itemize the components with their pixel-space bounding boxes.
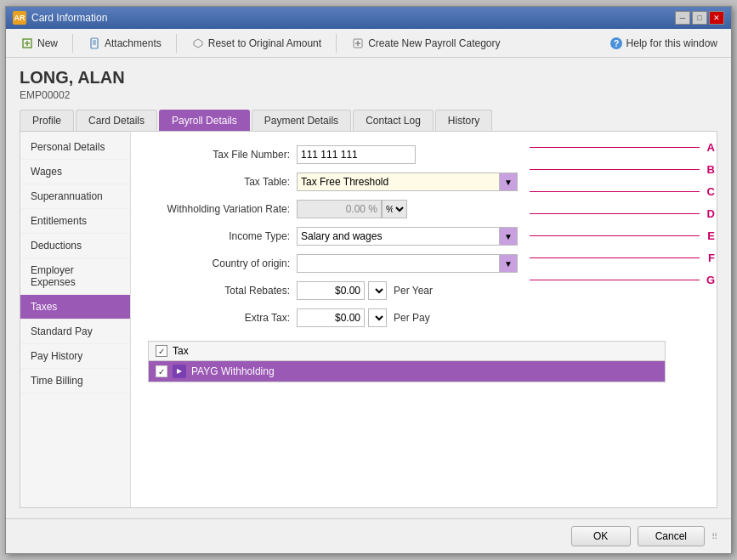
extra-tax-unit-select[interactable]: ▼ <box>368 308 387 327</box>
ok-button[interactable]: OK <box>571 526 631 546</box>
toolbar-separator-1 <box>72 34 73 53</box>
svg-rect-3 <box>91 38 98 48</box>
income-type-wrap: Salary and wages ▼ <box>297 227 518 246</box>
sidebar-item-pay-history[interactable]: Pay History <box>20 344 130 369</box>
form-area: A B C D <box>131 132 717 507</box>
attachments-button[interactable]: Attachments <box>80 33 169 54</box>
payg-arrow-icon <box>173 365 186 378</box>
country-label: Country of origin: <box>148 257 297 269</box>
tax-file-number-input[interactable] <box>297 145 416 164</box>
create-payroll-button[interactable]: Create New Payroll Category <box>343 33 507 54</box>
minimize-button[interactable]: ─ <box>675 11 690 25</box>
new-button[interactable]: New <box>13 33 65 54</box>
extra-tax-label: Extra Tax: <box>148 312 297 324</box>
tab-content: Personal Details Wages Superannuation En… <box>20 131 717 508</box>
rebates-row: ▼ Per Year <box>297 281 433 300</box>
title-bar: AR Card Information ─ □ ✕ <box>6 7 731 29</box>
tab-history[interactable]: History <box>435 110 492 131</box>
income-type-label: Income Type: <box>148 230 297 242</box>
country-select[interactable] <box>297 254 518 273</box>
sidebar-item-taxes[interactable]: Taxes <box>20 295 130 320</box>
tax-file-number-label: Tax File Number: <box>148 149 297 161</box>
tax-table-header: Tax <box>149 342 665 361</box>
withholding-rate-row: Withholding Variation Rate: % <box>148 200 700 218</box>
maximize-button[interactable]: □ <box>692 11 707 25</box>
new-icon <box>20 37 34 50</box>
extra-tax-row: Extra Tax: ▼ Per Pay <box>148 308 700 327</box>
employee-id: EMP00002 <box>20 89 717 101</box>
window-title: Card Information <box>31 12 107 24</box>
employee-name: LONG, ALAN <box>20 68 717 88</box>
extra-tax-input[interactable] <box>297 308 365 327</box>
withholding-rate-input <box>297 200 382 218</box>
help-button[interactable]: ? Help for this window <box>603 34 724 53</box>
toolbar-separator-2 <box>176 34 177 53</box>
toolbar-separator-3 <box>336 34 337 53</box>
reset-icon <box>191 37 205 50</box>
total-rebates-unit-select[interactable]: ▼ <box>368 281 387 300</box>
tab-contact-log[interactable]: Contact Log <box>353 110 434 131</box>
extra-tax-row-inner: ▼ Per Pay <box>297 308 430 327</box>
bottom-bar: OK Cancel ⠿ <box>6 518 731 553</box>
income-type-select[interactable]: Salary and wages <box>297 227 518 246</box>
payg-row[interactable]: ✓ PAYG Withholding <box>149 361 665 382</box>
help-icon: ? <box>609 37 623 50</box>
payg-checkbox[interactable]: ✓ <box>156 365 167 377</box>
title-bar-left: AR Card Information <box>13 11 107 25</box>
withholding-rate-unit-select[interactable]: % <box>382 200 407 218</box>
sidebar-item-personal-details[interactable]: Personal Details <box>20 135 130 160</box>
reset-button[interactable]: Reset to Original Amount <box>184 33 329 54</box>
create-icon <box>351 37 365 50</box>
svg-text:?: ? <box>613 38 619 48</box>
extra-tax-period: Per Pay <box>394 312 430 324</box>
tax-file-number-row: Tax File Number: <box>148 145 700 164</box>
sidebar-item-standard-pay[interactable]: Standard Pay <box>20 320 130 344</box>
withholding-rate-label: Withholding Variation Rate: <box>148 203 297 215</box>
total-rebates-input[interactable] <box>297 281 365 300</box>
sidebar-item-employer-expenses[interactable]: Employer Expenses <box>20 258 130 295</box>
withholding-row: % <box>297 200 407 218</box>
tax-table-area: Tax ✓ PAYG Withholding <box>148 341 666 382</box>
tab-payroll-details[interactable]: Payroll Details <box>159 110 250 131</box>
tab-payment-details[interactable]: Payment Details <box>252 110 351 131</box>
sidebar-item-deductions[interactable]: Deductions <box>20 234 130 258</box>
main-window: AR Card Information ─ □ ✕ New Attachment… <box>5 6 732 554</box>
income-type-row: Income Type: Salary and wages ▼ <box>148 227 700 246</box>
app-icon: AR <box>13 11 26 25</box>
tax-header-label: Tax <box>173 345 189 357</box>
tax-table-wrap: Tax Free Threshold ▼ <box>297 173 518 191</box>
payg-label: PAYG Withholding <box>191 365 275 377</box>
main-content: LONG, ALAN EMP00002 Profile Card Details… <box>6 58 731 518</box>
sidebar: Personal Details Wages Superannuation En… <box>20 132 131 507</box>
country-row: Country of origin: ▼ <box>148 254 700 273</box>
tabs-row: Profile Card Details Payroll Details Pay… <box>20 110 717 131</box>
tab-profile[interactable]: Profile <box>20 110 74 131</box>
sidebar-item-entitlements[interactable]: Entitlements <box>20 209 130 234</box>
title-bar-controls: ─ □ ✕ <box>675 11 724 25</box>
total-rebates-label: Total Rebates: <box>148 285 297 297</box>
tab-card-details[interactable]: Card Details <box>76 110 157 131</box>
sidebar-item-time-billing[interactable]: Time Billing <box>20 369 130 393</box>
close-button[interactable]: ✕ <box>709 11 724 25</box>
total-rebates-period: Per Year <box>394 285 433 297</box>
resize-handle: ⠿ <box>711 532 717 541</box>
svg-marker-12 <box>177 369 182 374</box>
sidebar-item-superannuation[interactable]: Superannuation <box>20 184 130 209</box>
toolbar: New Attachments Reset to Original Amount… <box>6 29 731 58</box>
country-wrap: ▼ <box>297 254 518 273</box>
attachments-icon <box>88 37 101 50</box>
tax-header-checkbox[interactable] <box>156 345 167 357</box>
tax-table-select[interactable]: Tax Free Threshold <box>297 173 518 191</box>
sidebar-item-wages[interactable]: Wages <box>20 160 130 184</box>
cancel-button[interactable]: Cancel <box>638 526 705 546</box>
tax-table-row: Tax Table: Tax Free Threshold ▼ <box>148 173 700 191</box>
total-rebates-row: Total Rebates: ▼ Per Year <box>148 281 700 300</box>
tax-table-label: Tax Table: <box>148 176 297 188</box>
